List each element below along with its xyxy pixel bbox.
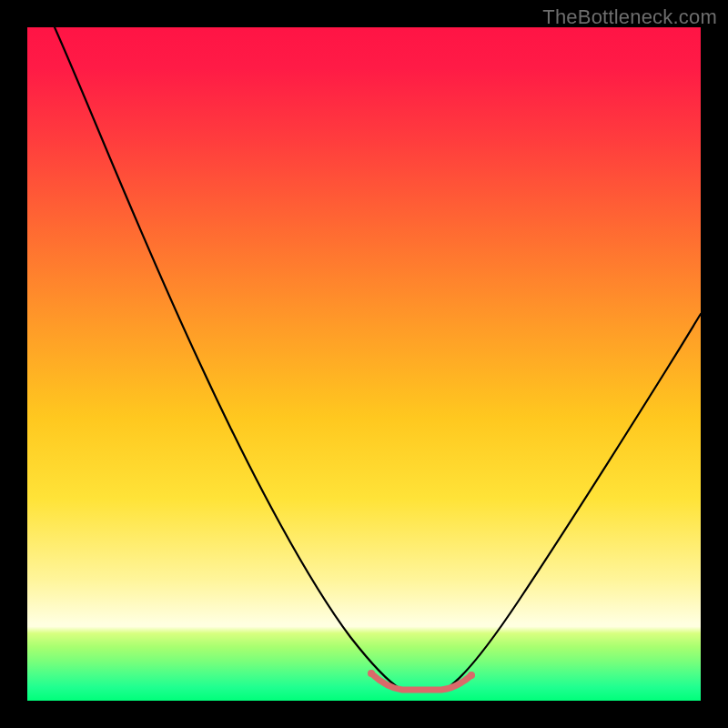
watermark-text: TheBottleneck.com [542,5,717,29]
bottleneck-curve [55,27,701,689]
trough-marker-cap-left-icon [368,670,375,677]
chart-plot-area [27,27,701,701]
chart-svg [27,27,701,701]
chart-frame: TheBottleneck.com [0,0,728,728]
trough-marker-cap-right-icon [468,672,475,679]
